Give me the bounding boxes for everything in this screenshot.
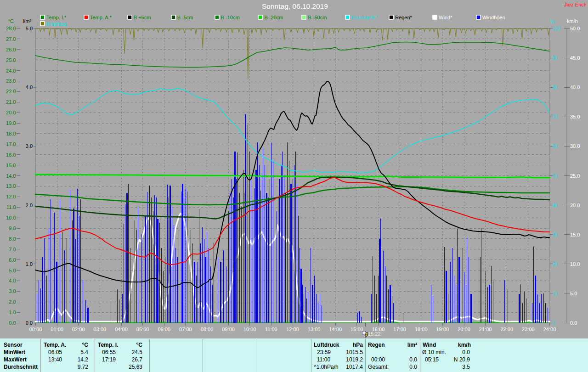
svg-text:09:00: 09:00 [222,327,235,332]
svg-text:°C: °C [136,342,143,348]
svg-text:3.0: 3.0 [9,288,16,294]
svg-text:Wind: Wind [423,342,436,348]
svg-text:35.0: 35.0 [570,114,580,119]
svg-text:12:00: 12:00 [286,327,299,332]
svg-text:Wind*: Wind* [439,15,452,20]
svg-text:0.0: 0.0 [9,320,16,326]
svg-text:45.0: 45.0 [570,55,580,61]
svg-text:11:00: 11:00 [265,327,277,332]
svg-text:Temp. A.*: Temp. A.* [90,15,112,20]
svg-text:°C: °C [82,342,89,348]
svg-text:B -5cm: B -5cm [177,15,193,20]
svg-text:9.0: 9.0 [9,225,16,231]
svg-text:21.0: 21.0 [6,99,16,105]
svg-text:hPa: hPa [353,342,363,348]
svg-text:Durchschnitt: Durchschnitt [4,364,38,370]
svg-text:90: 90 [552,55,558,61]
svg-text:04:00: 04:00 [115,327,128,332]
svg-text:km/h: km/h [567,18,578,24]
svg-text:01:00: 01:00 [51,327,63,332]
svg-text:Regen: Regen [368,342,385,348]
svg-text:1019.2: 1019.2 [346,356,363,363]
svg-text:0.0: 0.0 [462,349,470,355]
svg-text:^1.0hPa/h: ^1.0hPa/h [314,364,339,370]
svg-text:1017.4: 1017.4 [346,364,363,370]
svg-text:21:00: 21:00 [479,327,492,332]
svg-text:06:00: 06:00 [158,327,170,332]
svg-text:18:00: 18:00 [415,327,428,332]
svg-text:°C: °C [8,18,14,24]
svg-text:10:00: 10:00 [243,327,256,332]
svg-text:Ø 10 min.: Ø 10 min. [422,349,446,355]
svg-text:Gesamt:: Gesamt: [368,364,389,370]
svg-text:Windböen: Windböen [482,15,505,20]
svg-text:20: 20 [552,261,558,267]
svg-text:4.0: 4.0 [26,85,33,90]
svg-text:13.0: 13.0 [6,183,16,189]
svg-text:70: 70 [552,114,558,119]
svg-text:12.0: 12.0 [6,194,16,199]
svg-text:0.0: 0.0 [409,364,417,370]
svg-text:0.0: 0.0 [570,320,577,326]
svg-text:02:00: 02:00 [72,327,85,332]
svg-text:30.0: 30.0 [570,143,580,149]
svg-text:22:00: 22:00 [500,327,513,332]
svg-text:8.0: 8.0 [9,236,16,242]
svg-text:00:00: 00:00 [371,356,385,363]
svg-text:10.0: 10.0 [6,215,16,220]
svg-text:23:00: 23:00 [522,327,535,332]
svg-text:60: 60 [552,143,558,149]
svg-text:50.0: 50.0 [570,26,580,31]
svg-text:6.0: 6.0 [9,257,16,263]
svg-text:Luftdruck: Luftdruck [314,342,339,348]
svg-text:24.5: 24.5 [132,349,143,355]
svg-text:17.0: 17.0 [6,141,16,147]
svg-text:13:00: 13:00 [308,327,321,332]
svg-text:23.0: 23.0 [6,78,16,84]
svg-text:Sonntag, 06.10.2019: Sonntag, 06.10.2019 [262,2,328,10]
svg-text:0.0: 0.0 [409,356,417,363]
svg-text:5.0: 5.0 [26,26,33,31]
svg-text:25.0: 25.0 [570,173,580,179]
svg-text:18.0: 18.0 [6,131,16,136]
svg-text:N 20.9: N 20.9 [454,356,470,363]
svg-text:05:00: 05:00 [136,327,149,332]
svg-text:4.0: 4.0 [9,278,16,283]
svg-text:00:00: 00:00 [29,327,42,332]
svg-text:km/h: km/h [458,342,471,348]
svg-text:l/m²: l/m² [407,342,417,348]
svg-text:13:40: 13:40 [48,356,62,363]
svg-text:06:55: 06:55 [102,349,116,355]
svg-text:14:00: 14:00 [329,327,342,332]
svg-text:B -10cm: B -10cm [221,15,240,20]
svg-text:MaxWert: MaxWert [4,356,27,363]
svg-text:26.7: 26.7 [132,356,143,363]
svg-text:Temp. I.*: Temp. I.* [46,15,67,20]
svg-text:Temp. I.: Temp. I. [98,342,118,348]
svg-text:Sensor: Sensor [4,342,23,348]
svg-text:15.0: 15.0 [570,232,580,237]
svg-text:10: 10 [552,291,558,296]
svg-text:14.0: 14.0 [6,173,16,179]
svg-text:24:00: 24:00 [543,327,556,332]
svg-text:25.63: 25.63 [129,364,142,370]
svg-text:17:19: 17:19 [102,356,116,363]
svg-text:Temp. A.: Temp. A. [44,342,66,348]
svg-text:23:59: 23:59 [317,349,331,355]
svg-text:20.0: 20.0 [570,203,580,208]
svg-text:5.0: 5.0 [9,268,16,273]
svg-text:30: 30 [552,232,558,237]
svg-text:10.0: 10.0 [570,261,580,267]
svg-text:19:00: 19:00 [436,327,449,332]
svg-text:1.0: 1.0 [26,261,33,267]
svg-text:28.0: 28.0 [6,26,16,31]
svg-text:26.0: 26.0 [6,47,16,52]
svg-text:5.4: 5.4 [80,349,88,355]
svg-text:06:05: 06:05 [48,349,62,355]
svg-text:1.0: 1.0 [9,310,16,315]
svg-text:B -20cm: B -20cm [265,15,283,20]
svg-text:11:00: 11:00 [317,356,330,363]
svg-text:07:00: 07:00 [179,327,192,332]
svg-text:%: % [550,19,555,24]
svg-text:15:00: 15:00 [351,327,363,332]
